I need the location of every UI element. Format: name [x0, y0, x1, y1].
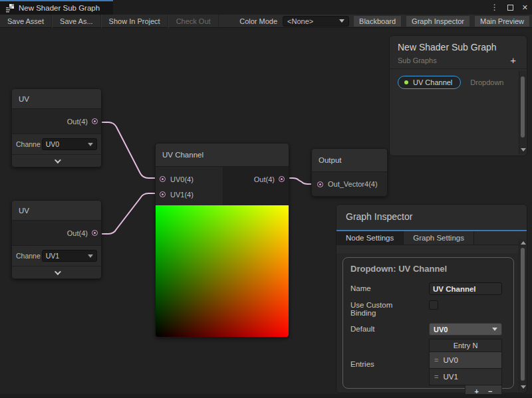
node-title[interactable]: UV Channel — [156, 144, 289, 167]
blackboard-item-uv-channel: UV Channel Dropdown — [390, 69, 527, 96]
output-port-icon[interactable] — [279, 176, 285, 182]
output-ports-column: Out(4) — [223, 167, 289, 205]
graph-inspector-toggle-button[interactable]: Graph Inspector — [406, 15, 470, 27]
dropdown-settings-box: Dropdown: UV Channel Name Use Custom Bin… — [342, 257, 514, 389]
channel-label: Channe — [16, 252, 41, 260]
tab-graph-settings[interactable]: Graph Settings — [403, 231, 474, 245]
scroll-down-icon[interactable] — [521, 148, 526, 151]
save-as-button[interactable]: Save As... — [52, 15, 101, 28]
save-asset-button[interactable]: Save Asset — [0, 15, 52, 28]
inspector-tabs: Node Settings Graph Settings — [336, 230, 527, 245]
port-label: Out(4) — [67, 118, 88, 126]
toolbar-right-group: Color Mode <None> Blackboard Graph Inspe… — [239, 15, 532, 27]
blackboard-subtitle: Sub Graphs — [398, 56, 437, 64]
inspector-header: Graph Inspector — [336, 205, 527, 230]
custom-binding-checkbox[interactable] — [429, 300, 438, 310]
channel-label: Channe — [16, 140, 41, 148]
channel-value: UV1 — [46, 252, 59, 260]
node-uv-channel[interactable]: UV Channel UV0(4) UV1(4) Out(4) — [155, 143, 289, 338]
drag-handle-icon[interactable]: = — [434, 356, 438, 364]
node-out-row: Out(4) — [12, 221, 101, 246]
dropdown-arrow-icon — [339, 19, 344, 23]
property-type: Dropdown — [470, 78, 503, 86]
entries-list: Entry N = UV0 = UV1 — [429, 339, 502, 385]
default-value: UV0 — [434, 326, 448, 334]
tab-bar: New Shader Sub Graph ⋮ ✕ — [0, 0, 532, 15]
node-title[interactable]: UV — [12, 89, 101, 109]
name-input[interactable] — [429, 282, 502, 295]
entries-group: Entry N = UV0 = UV1 + — [429, 339, 502, 397]
name-label: Name — [350, 282, 429, 292]
blackboard-scrollbar[interactable] — [519, 71, 526, 154]
graph-toolbar: Save Asset Save As... Show In Project Ch… — [0, 15, 532, 28]
window-controls: ⋮ ✕ — [491, 0, 528, 15]
node-uv-b[interactable]: UV Out(4) Channe UV1 — [11, 200, 102, 279]
input-port-icon[interactable] — [317, 181, 323, 187]
channel-select[interactable]: UV1 — [42, 250, 97, 262]
dropdown-arrow-icon — [88, 254, 93, 258]
entries-row: Entries Entry N = UV0 = UV1 — [343, 338, 513, 398]
collapse-chevron-icon — [54, 157, 61, 163]
node-title[interactable]: Output — [312, 149, 387, 172]
edge-uv0[interactable] — [94, 122, 162, 178]
default-row: Default UV0 — [343, 319, 513, 338]
collapse-row[interactable] — [12, 154, 101, 167]
entry-item-uv0[interactable]: = UV0 — [429, 352, 502, 369]
port-label: Out(4) — [67, 229, 88, 237]
entry-item-uv1[interactable]: = UV1 — [429, 369, 502, 385]
shader-graph-icon — [5, 3, 15, 13]
section-title: Dropdown: UV Channel — [343, 258, 513, 280]
blackboard-subrow: Sub Graphs + — [398, 56, 519, 64]
input-port-row: UV1(4) — [156, 187, 223, 202]
main-preview-toggle-button[interactable]: Main Preview — [474, 15, 530, 27]
drag-handle-icon[interactable]: = — [434, 373, 438, 381]
default-select[interactable]: UV0 — [429, 323, 502, 336]
tab-new-shader-sub-graph[interactable]: New Shader Sub Graph — [0, 0, 113, 15]
check-out-button[interactable]: Check Out — [168, 15, 219, 28]
channel-select[interactable]: UV0 — [42, 138, 97, 150]
color-mode-value: <None> — [287, 17, 313, 25]
input-port-icon[interactable] — [160, 176, 166, 182]
blackboard-header: New Shader Sub Graph Sub Graphs + — [390, 36, 527, 69]
shader-graph-window: New Shader Sub Graph ⋮ ✕ Save Asset Save… — [0, 0, 532, 398]
property-pill[interactable]: UV Channel — [398, 76, 461, 89]
scroll-down-icon[interactable] — [521, 385, 526, 389]
graph-inspector-panel: Graph Inspector Node Settings Graph Sett… — [336, 204, 527, 393]
add-property-button[interactable]: + — [507, 56, 519, 64]
output-port-icon[interactable] — [92, 118, 98, 124]
edge-uv1[interactable] — [94, 193, 162, 234]
collapse-row[interactable] — [12, 266, 101, 278]
window-bottom-edge — [0, 394, 532, 398]
input-port-row: Out_Vector4(4) — [312, 172, 387, 196]
blackboard-title: New Shader Sub Graph — [398, 42, 519, 52]
blackboard-toggle-button[interactable]: Blackboard — [353, 15, 402, 27]
output-port-row: Out(4) — [223, 171, 289, 187]
input-port-icon[interactable] — [160, 191, 166, 197]
inspector-scrollbar[interactable] — [519, 239, 526, 391]
maximize-icon[interactable] — [507, 5, 513, 11]
port-label: Out_Vector4(4) — [328, 180, 378, 188]
port-label: UV0(4) — [170, 175, 194, 183]
kebab-menu-icon[interactable]: ⋮ — [491, 3, 499, 12]
node-output[interactable]: Output Out_Vector4(4) — [311, 148, 388, 197]
entry-label: UV1 — [443, 373, 458, 381]
node-out-row: Out(4) — [12, 109, 101, 134]
collapse-chevron-icon — [54, 268, 61, 275]
close-icon[interactable]: ✕ — [522, 3, 528, 12]
output-port-icon[interactable] — [92, 230, 98, 236]
scrollbar-thumb[interactable] — [521, 248, 525, 381]
custom-binding-row: Use Custom Binding — [343, 297, 513, 319]
scrollbar-thumb[interactable] — [521, 76, 525, 138]
node-uv-a[interactable]: UV Out(4) Channe UV0 — [11, 88, 102, 167]
show-in-project-button[interactable]: Show In Project — [101, 15, 168, 28]
color-mode-select[interactable]: <None> — [283, 16, 349, 27]
node-title[interactable]: UV — [12, 201, 101, 221]
channel-value: UV0 — [46, 140, 59, 148]
property-name: UV Channel — [413, 78, 452, 86]
tab-node-settings[interactable]: Node Settings — [336, 231, 403, 245]
color-mode-label: Color Mode — [239, 17, 277, 25]
dropdown-arrow-icon — [88, 143, 93, 146]
uv-gradient-preview — [156, 205, 289, 337]
dropdown-arrow-icon — [492, 328, 497, 331]
scroll-up-icon[interactable] — [521, 241, 526, 245]
